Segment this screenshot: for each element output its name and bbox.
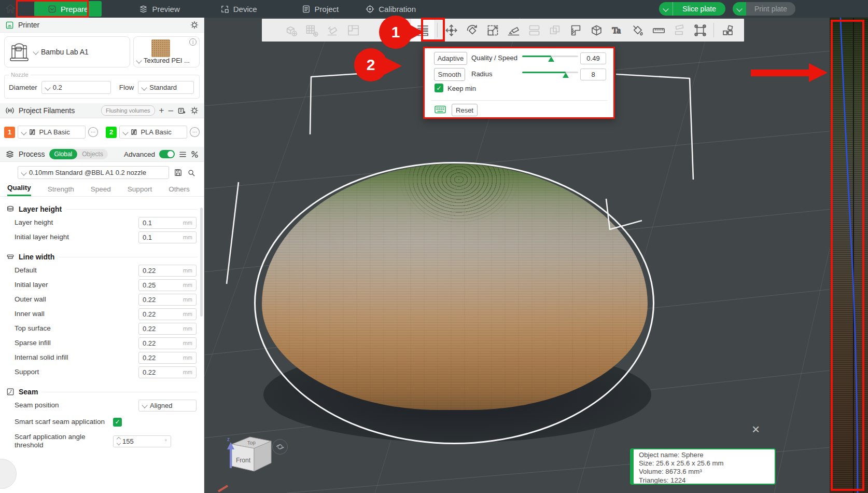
filament-1-swatch[interactable]: 1 xyxy=(4,127,15,138)
move-icon[interactable] xyxy=(441,20,461,40)
layer-height-curve[interactable] xyxy=(841,18,858,493)
layer-height-strip[interactable] xyxy=(830,18,868,493)
plate-selector[interactable]: i Textured PEI ... xyxy=(133,36,200,67)
tab-quality[interactable]: Quality xyxy=(7,184,31,196)
outer-wall-line-width-input[interactable]: 0.22mm xyxy=(138,294,197,306)
printer-settings-gear-icon[interactable] xyxy=(190,21,199,29)
search-settings-icon[interactable] xyxy=(187,169,195,177)
tab-speed[interactable]: Speed xyxy=(91,185,111,196)
filament-settings-gear-icon[interactable] xyxy=(190,106,199,115)
nozzle-legend: Nozzle xyxy=(9,72,31,78)
tab-device[interactable]: Device xyxy=(220,5,257,13)
internal-solid-infill-line-width-input[interactable]: 0.22mm xyxy=(138,352,197,364)
text-tool-icon[interactable]: Ta xyxy=(607,20,627,40)
initial-layer-line-width-input[interactable]: 0.25mm xyxy=(138,279,197,291)
radius-value[interactable]: 8 xyxy=(580,69,606,80)
auto-orient-icon[interactable] xyxy=(322,20,343,40)
settings-list-icon[interactable] xyxy=(179,150,187,158)
filament-2-menu-icon[interactable]: ⋯ xyxy=(190,127,200,137)
param-label: Top surface xyxy=(15,324,138,333)
color-paint-icon[interactable] xyxy=(627,20,648,40)
sidebar-scrollbar[interactable] xyxy=(200,208,203,317)
initial-layer-height-input[interactable]: 0.1mm xyxy=(138,231,197,243)
slice-dropdown-chevron[interactable] xyxy=(659,2,673,16)
default-line-width-input[interactable]: 0.22mm xyxy=(138,265,197,277)
plate-texture-thumbnail xyxy=(151,39,170,57)
measure-icon[interactable] xyxy=(648,20,669,40)
top-surface-line-width-input[interactable]: 0.22mm xyxy=(138,323,197,335)
process-scope-toggle[interactable]: Global Objects xyxy=(49,149,108,159)
scale-icon[interactable] xyxy=(482,20,503,40)
advanced-toggle[interactable] xyxy=(159,150,175,158)
assembly-icon[interactable] xyxy=(669,20,690,40)
orbit-mode-button[interactable] xyxy=(272,439,288,455)
adaptive-layer-height-panel: Adaptive Quality / Speed 0.49 Smooth Rad… xyxy=(423,47,615,119)
flow-value: Standard xyxy=(149,84,177,91)
layer-height-input[interactable]: 0.1mm xyxy=(138,217,197,229)
filament-1-select[interactable]: PLA Basic xyxy=(18,126,86,139)
assembly-view-icon[interactable] xyxy=(717,20,738,40)
split-to-parts-icon[interactable] xyxy=(544,20,565,40)
tab-calibration[interactable]: Calibration xyxy=(366,5,416,13)
ams-sync-icon[interactable] xyxy=(177,106,186,115)
tab-support[interactable]: Support xyxy=(128,185,152,196)
diameter-select[interactable]: 0.2 xyxy=(41,81,111,94)
home-icon[interactable] xyxy=(5,4,16,14)
radius-slider[interactable] xyxy=(522,69,578,76)
smooth-button[interactable]: Smooth xyxy=(434,68,465,81)
tab-strength[interactable]: Strength xyxy=(48,185,74,196)
seam-position-select[interactable]: Aligned xyxy=(138,400,197,412)
scope-global[interactable]: Global xyxy=(49,149,78,159)
spinner-arrows-icon[interactable] xyxy=(117,437,120,445)
tab-others[interactable]: Others xyxy=(169,185,190,196)
arrange-icon[interactable] xyxy=(343,20,363,40)
filament-2-select[interactable]: PLA Basic xyxy=(119,126,187,139)
filament-1-menu-icon[interactable]: ⋯ xyxy=(88,127,98,137)
print-dropdown-chevron[interactable] xyxy=(733,2,746,16)
tab-prepare[interactable]: Prepare xyxy=(34,1,102,17)
info-close-icon[interactable]: × xyxy=(752,421,760,437)
filament-2-swatch[interactable]: 2 xyxy=(106,127,117,138)
compare-presets-icon[interactable] xyxy=(191,150,199,158)
filament-1-name: PLA Basic xyxy=(39,128,69,136)
add-filament-button[interactable]: + xyxy=(159,105,164,116)
plate-info-icon[interactable]: i xyxy=(189,38,197,46)
navcube-top-label[interactable]: Top xyxy=(247,440,256,446)
remove-filament-button[interactable]: – xyxy=(169,105,173,116)
filament-1-chevron-icon xyxy=(21,129,27,135)
scope-objects[interactable]: Objects xyxy=(77,150,108,158)
unit-label: mm xyxy=(183,234,192,240)
mesh-boolean-icon[interactable] xyxy=(586,20,607,40)
quality-speed-slider[interactable] xyxy=(522,53,578,60)
inner-wall-line-width-input[interactable]: 0.22mm xyxy=(138,308,197,320)
printer-selector[interactable]: Bambu Lab A1 xyxy=(4,36,130,67)
reset-button[interactable]: Reset xyxy=(452,104,478,116)
process-preset-select[interactable]: 0.10mm Standard @BBL A1 0.2 nozzle xyxy=(18,166,169,179)
keep-min-checkbox[interactable]: ✓ xyxy=(435,84,443,92)
slice-plate-button[interactable]: Slice plate xyxy=(659,2,725,16)
add-plate-icon[interactable] xyxy=(301,20,322,40)
quality-speed-value[interactable]: 0.49 xyxy=(580,52,606,64)
sparse-infill-line-width-input[interactable]: 0.22mm xyxy=(138,337,197,349)
tab-preview[interactable]: Preview xyxy=(139,5,179,13)
cut-icon[interactable] xyxy=(565,20,586,40)
smart-scarf-seam-checkbox[interactable]: ✓ xyxy=(113,418,122,427)
fixture-icon[interactable] xyxy=(690,20,710,40)
line-width-group-title: Line width xyxy=(19,253,54,261)
navcube-front-label[interactable]: Front xyxy=(236,457,251,464)
annotation-arrow-shaft xyxy=(751,70,810,76)
flow-select[interactable]: Standard xyxy=(138,81,194,94)
flushing-volumes-button[interactable]: Flushing volumes xyxy=(101,105,155,116)
tab-project[interactable]: Project xyxy=(302,5,339,13)
support-line-width-input[interactable]: 0.22mm xyxy=(138,366,197,378)
param-label: Internal solid infill xyxy=(15,353,138,362)
rotate-icon[interactable] xyxy=(461,20,482,40)
lay-on-face-icon[interactable] xyxy=(503,20,524,40)
scarf-angle-threshold-input[interactable]: 155 ° xyxy=(113,435,171,447)
add-object-icon[interactable] xyxy=(281,20,301,40)
save-preset-icon[interactable] xyxy=(174,168,183,177)
layer-height-group-icon xyxy=(6,205,15,213)
split-to-objects-icon[interactable] xyxy=(524,20,544,40)
print-plate-button[interactable]: Print plate xyxy=(733,2,795,16)
adaptive-button[interactable]: Adaptive xyxy=(434,52,467,65)
